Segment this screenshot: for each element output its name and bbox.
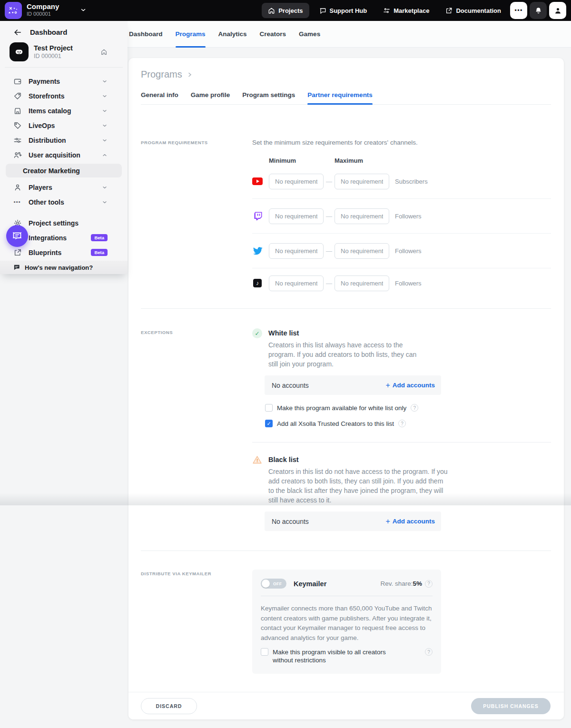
keymailer-description: Keymailer connects more than 650,000 You…: [261, 604, 433, 643]
tab-dashboard[interactable]: Dashboard: [129, 21, 163, 47]
sidebar-item-distribution[interactable]: Distribution: [0, 133, 128, 148]
black-list-add-accounts-button[interactable]: + Add accounts: [385, 518, 435, 525]
black-list-title: Black list: [268, 455, 299, 464]
requirements-column-headers: Minimum Maximum: [269, 157, 551, 164]
program-requirements-section: PROGRAM REQUIREMENTS Set the minimum siz…: [141, 138, 551, 298]
company-chevron-down-icon[interactable]: [80, 7, 87, 13]
tiktok-max-input[interactable]: [335, 275, 389, 291]
breadcrumb: Programs: [141, 58, 551, 80]
toggle-knob: [262, 580, 270, 588]
twitch-min-input[interactable]: [269, 208, 324, 224]
company-block[interactable]: Company ID 000001: [27, 2, 59, 17]
white-list-accounts-box: No accounts + Add accounts: [265, 375, 441, 395]
list-divider: [252, 442, 551, 443]
whats-new-navigation-banner[interactable]: How's new navigation?: [0, 261, 128, 274]
project-home-icon[interactable]: [100, 49, 108, 56]
tab-games[interactable]: Games: [299, 21, 320, 47]
white-list-add-accounts-button[interactable]: + Add accounts: [385, 382, 435, 389]
keymailer-toggle[interactable]: OFF: [261, 579, 286, 589]
black-list-empty-label: No accounts: [272, 518, 309, 525]
nav-marketplace[interactable]: Marketplace: [377, 3, 435, 18]
twitter-max-input[interactable]: [335, 243, 389, 259]
keymailer-section: DISTRIBUTE VIA KEYMAILER OFF Keymailer R…: [141, 570, 551, 674]
twitch-icon: [252, 211, 263, 221]
back-to-dashboard[interactable]: Dashboard: [0, 21, 128, 36]
whitelist-only-checkbox[interactable]: [265, 404, 273, 412]
main-region: Dashboard Programs Analytics Creators Ga…: [128, 21, 571, 728]
sidebar-divider: [5, 67, 123, 68]
chevron-down-icon: [102, 123, 108, 128]
project-switcher[interactable]: Test Project ID 000001: [10, 42, 118, 61]
sidebar-item-players[interactable]: Players: [0, 180, 128, 195]
twitter-icon: [252, 247, 263, 255]
company-name: Company: [27, 2, 59, 11]
publish-changes-button[interactable]: PUBLISH CHANGES: [471, 698, 551, 714]
keymailer-card: OFF Keymailer Rev. share:5% ? Keymailer …: [252, 570, 441, 674]
sidebar-item-other-tools[interactable]: ⋯ Other tools: [0, 195, 128, 209]
whitelist-only-row: Make this program available for white li…: [265, 404, 551, 412]
youtube-max-input[interactable]: [335, 174, 389, 189]
sidebar-item-storefronts[interactable]: Storefronts: [0, 89, 128, 103]
tiktok-icon: ♪: [252, 279, 263, 287]
bell-icon: [534, 7, 542, 15]
keymailer-visibility-checkbox[interactable]: [261, 648, 268, 656]
tab-analytics[interactable]: Analytics: [218, 21, 247, 47]
subtab-partner-requirements[interactable]: Partner requirements: [307, 91, 373, 104]
sidebar-item-items-catalog[interactable]: Items catalog: [0, 103, 128, 118]
nav-support-hub-label: Support Hub: [330, 7, 367, 14]
range-separator: —: [324, 280, 335, 287]
subtab-program-settings[interactable]: Program settings: [242, 91, 295, 104]
wallet-icon: [13, 77, 22, 86]
twitch-max-input[interactable]: [335, 208, 389, 224]
back-label: Dashboard: [30, 28, 67, 36]
xsolla-logo[interactable]: [5, 2, 22, 19]
sidebar-item-creator-marketing[interactable]: Creator Marketing: [6, 164, 122, 177]
notifications-button[interactable]: [530, 2, 547, 19]
section-label: DISTRIBUTE VIA KEYMAILER: [141, 570, 252, 674]
more-options-button[interactable]: ⋯: [510, 2, 527, 19]
sidebar-item-user-acquisition[interactable]: User acquisition: [0, 148, 128, 162]
discard-button[interactable]: DISCARD: [141, 698, 197, 714]
sidebar-item-liveops[interactable]: LiveOps: [0, 118, 128, 133]
project-id: ID 000001: [34, 52, 73, 60]
project-info: Test Project ID 000001: [34, 44, 73, 60]
sidebar-item-blueprints[interactable]: Blueprints Beta: [0, 245, 128, 260]
trusted-creators-checkbox[interactable]: ✓: [265, 420, 273, 427]
person-icon: [13, 183, 22, 192]
black-list-description: Creators in this list do not have access…: [268, 467, 448, 505]
keymailer-divider: [261, 596, 433, 596]
requirement-row-youtube: — Subscribers: [252, 164, 551, 199]
account-button[interactable]: [549, 2, 566, 19]
tiktok-min-input[interactable]: [269, 275, 324, 291]
top-actions: ⋯: [510, 2, 566, 19]
rev-share: Rev. share:5% ?: [380, 580, 433, 588]
chat-fab-button[interactable]: [6, 225, 28, 247]
metric-label: Subscribers: [395, 178, 428, 185]
nav-support-hub[interactable]: Support Hub: [313, 3, 374, 18]
trusted-creators-row: ✓ Add all Xsolla Trusted Creators to thi…: [265, 420, 551, 427]
tab-creators[interactable]: Creators: [260, 21, 286, 47]
gamepad-icon: [10, 42, 29, 61]
breadcrumb-title[interactable]: Programs: [141, 69, 182, 80]
subtab-general-info[interactable]: General info: [141, 91, 178, 104]
youtube-min-input[interactable]: [269, 174, 324, 189]
keymailer-body: OFF Keymailer Rev. share:5% ? Keymailer …: [252, 570, 551, 674]
subtab-game-profile[interactable]: Game profile: [191, 91, 230, 104]
nav-documentation[interactable]: Documentation: [439, 3, 507, 18]
help-icon[interactable]: ?: [411, 404, 418, 412]
sidebar-item-payments[interactable]: Payments: [0, 74, 128, 89]
beta-badge: Beta: [91, 249, 108, 256]
chevron-down-icon: [102, 93, 108, 99]
help-icon[interactable]: ?: [398, 420, 406, 427]
nav-projects[interactable]: Projects: [262, 3, 309, 18]
form-action-bar: DISCARD PUBLISH CHANGES: [128, 692, 564, 719]
help-icon[interactable]: ?: [425, 648, 433, 656]
twitter-min-input[interactable]: [269, 243, 324, 259]
youtube-icon: [252, 177, 263, 185]
metric-label: Followers: [395, 247, 422, 255]
tag-icon: [13, 92, 22, 100]
section-label: EXCEPTIONS: [141, 328, 252, 531]
black-list-accounts-box: No accounts + Add accounts: [265, 512, 441, 531]
tab-programs[interactable]: Programs: [176, 21, 206, 47]
help-icon[interactable]: ?: [425, 580, 433, 588]
